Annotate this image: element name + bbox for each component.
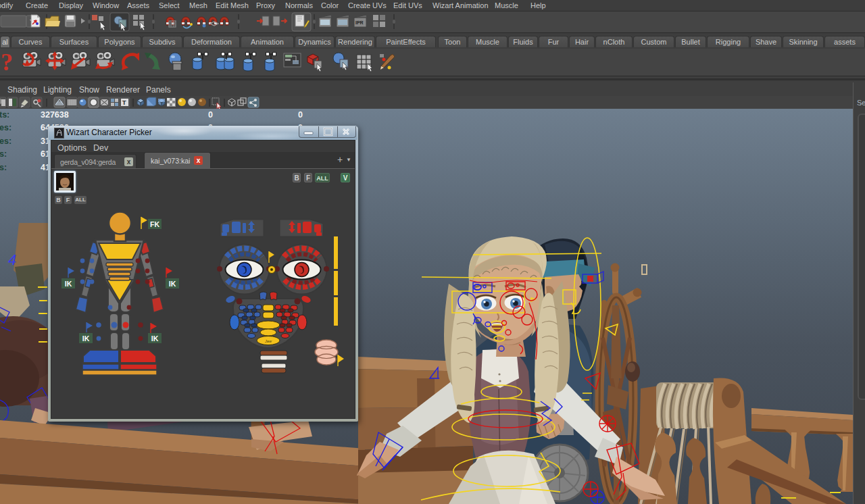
svg-text:es:: es: — [0, 123, 11, 132]
svg-text:IK: IK — [151, 334, 159, 343]
svg-text:T: T — [122, 99, 126, 106]
svg-text:es:: es: — [0, 136, 11, 146]
svg-text:?: ? — [1, 49, 13, 76]
svg-text:ts:: ts: — [0, 110, 9, 120]
svg-text:IK: IK — [65, 280, 72, 288]
svg-text:FK: FK — [150, 220, 159, 228]
svg-text:IK: IK — [82, 334, 90, 343]
svg-text:Jaw: Jaw — [264, 339, 272, 343]
svg-text:IK: IK — [169, 280, 176, 288]
svg-text:s:: s: — [0, 163, 7, 172]
svg-text:0: 0 — [298, 110, 303, 120]
svg-text:4: 4 — [8, 251, 16, 268]
svg-text:s:: s: — [0, 149, 7, 159]
svg-text:IPR: IPR — [355, 20, 364, 25]
svg-text:0: 0 — [208, 110, 213, 120]
svg-text:327638: 327638 — [41, 110, 69, 120]
